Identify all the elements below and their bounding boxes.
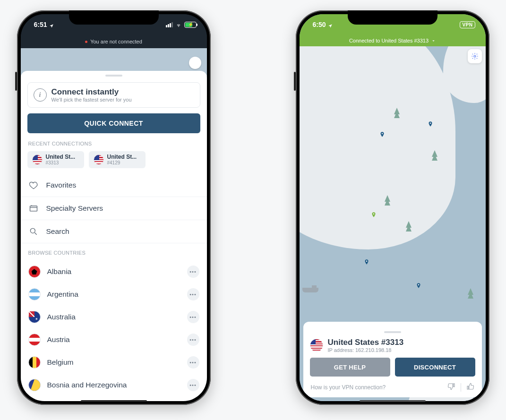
country-name: Austria	[47, 335, 180, 344]
map-pin-active-icon[interactable]	[370, 212, 377, 218]
feedback-question: How is your VPN connection?	[311, 384, 386, 391]
flag-al-icon	[28, 266, 41, 278]
status-dot-icon	[85, 41, 87, 43]
flag-be-icon	[28, 356, 41, 369]
country-name: Albania	[47, 267, 180, 276]
connection-status-banner: You are not connected	[21, 35, 207, 48]
svg-rect-0	[30, 206, 37, 211]
recent-chip[interactable]: United St...#3313	[27, 151, 84, 168]
more-button[interactable]: •••	[187, 266, 199, 278]
location-icon	[328, 22, 333, 27]
flag-au-icon	[28, 311, 41, 323]
vpn-badge: VPN	[460, 21, 475, 28]
server-name: United States #3313	[328, 338, 404, 347]
more-button[interactable]: •••	[187, 334, 199, 346]
connection-panel: United States #3313 IP address: 162.210.…	[303, 322, 482, 397]
recent-heading: RECENT CONNECTIONS	[28, 141, 199, 146]
svg-point-4	[373, 213, 374, 214]
wifi-icon	[175, 22, 182, 27]
thumbs-up-button[interactable]	[466, 382, 474, 393]
flag-ar-icon	[28, 288, 41, 300]
phone-left: 6:51 ⚡ You are not connected i	[17, 10, 211, 405]
country-name: Bosnia and Herzegovina	[47, 381, 180, 389]
heart-icon	[28, 180, 39, 190]
country-row[interactable]: Albania •••	[21, 260, 207, 283]
connection-status-banner[interactable]: Connected to United States #3313	[300, 35, 486, 46]
battery-icon: ⚡	[184, 22, 197, 28]
svg-point-3	[429, 122, 431, 124]
country-row[interactable]: Austria •••	[21, 328, 207, 351]
browse-heading: BROWSE COUNTRIES	[28, 250, 199, 256]
more-button[interactable]: •••	[187, 311, 199, 323]
quick-connect-button[interactable]: QUICK CONNECT	[27, 113, 200, 133]
bottom-sheet: i Connect instantly We'll pick the faste…	[21, 71, 207, 401]
country-row[interactable]: Belgium •••	[21, 351, 207, 374]
more-button[interactable]: •••	[187, 356, 199, 369]
settings-button[interactable]	[468, 49, 482, 63]
svg-point-7	[474, 55, 476, 57]
country-name: Australia	[47, 313, 180, 321]
map-pin-icon[interactable]	[415, 283, 422, 289]
specialty-row[interactable]: Specialty Servers	[21, 197, 207, 220]
info-icon: i	[34, 88, 47, 102]
ship-icon	[302, 288, 318, 292]
connect-title: Connect instantly	[51, 87, 132, 97]
status-time: 6:51	[34, 21, 47, 28]
connect-card: i Connect instantly We'll pick the faste…	[27, 82, 200, 108]
search-icon	[28, 226, 39, 237]
connect-sub: We'll pick the fastest server for you	[51, 97, 132, 103]
map-pin-icon[interactable]	[363, 259, 370, 266]
cellular-icon	[166, 22, 173, 27]
svg-point-6	[418, 284, 419, 285]
folder-icon	[28, 203, 39, 214]
country-name: Belgium	[47, 358, 180, 367]
flag-us-icon	[310, 339, 323, 352]
svg-point-5	[366, 260, 367, 262]
drag-handle[interactable]	[105, 75, 122, 77]
country-name: Argentina	[47, 290, 180, 299]
flag-us-icon	[32, 154, 43, 165]
country-row[interactable]: Argentina •••	[21, 283, 207, 306]
search-row[interactable]: Search	[21, 220, 207, 243]
svg-point-2	[381, 133, 383, 134]
location-icon	[49, 22, 54, 27]
favorites-row[interactable]: Favorites	[21, 174, 207, 197]
svg-point-1	[30, 229, 35, 233]
map-pin-icon[interactable]	[427, 121, 434, 128]
chevron-down-icon	[431, 39, 436, 43]
more-button[interactable]: •••	[187, 288, 199, 300]
country-row[interactable]: Bosnia and Herzegovina •••	[21, 374, 207, 396]
drag-handle[interactable]	[384, 331, 401, 333]
flag-at-icon	[28, 334, 41, 346]
more-button[interactable]: •••	[187, 379, 199, 391]
phone-right: 6:50 VPN Connected to United States #331…	[296, 10, 489, 405]
disconnect-button[interactable]: DISCONNECT	[395, 358, 475, 377]
country-row[interactable]: Australia •••	[21, 306, 207, 328]
get-help-button[interactable]: GET HELP	[310, 358, 390, 377]
flag-ba-icon	[28, 379, 41, 391]
map-pin-icon[interactable]	[379, 131, 386, 138]
thumbs-down-button[interactable]	[447, 382, 456, 393]
status-time: 6:50	[313, 21, 326, 28]
recent-chip[interactable]: United St...#4129	[89, 151, 146, 168]
flag-us-icon	[94, 154, 104, 165]
server-ip: IP address: 162.210.198.18	[328, 347, 404, 353]
